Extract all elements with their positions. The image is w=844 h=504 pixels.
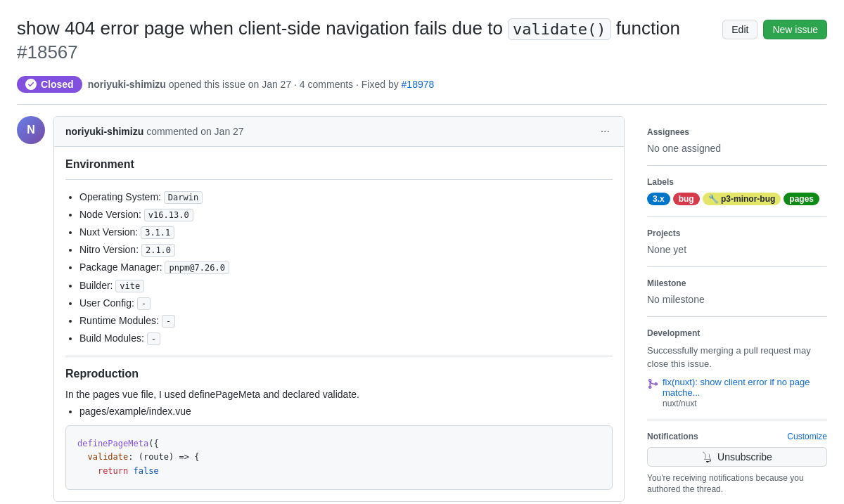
- env-value: v16.13.0: [144, 209, 193, 221]
- env-label: Build Modules:: [79, 332, 144, 344]
- issue-header: show 404 error page when client-side nav…: [17, 17, 827, 67]
- list-item: Runtime Modules: -: [79, 312, 613, 330]
- env-label: Operating System:: [79, 191, 161, 202]
- code-block: definePageMeta({ validate: (route) => { …: [65, 425, 613, 490]
- env-label: Nuxt Version:: [79, 226, 138, 238]
- env-value: vite: [115, 280, 144, 292]
- fixed-by-link[interactable]: #18978: [402, 79, 435, 90]
- labels-container: 3.x bug 🔧 p3-minor-bug pages: [647, 193, 827, 205]
- edit-button[interactable]: Edit: [722, 20, 757, 39]
- content-layout: N noriyuki-shimizu commented on Jan 27 ·…: [17, 116, 827, 504]
- meta-author-name: noriyuki-shimizu: [88, 79, 166, 90]
- sidebar: Assignees No one assigned Labels 3.x bug…: [647, 116, 827, 504]
- repro-desc: In the pages vue file, I used definePage…: [65, 389, 613, 400]
- label-badge[interactable]: 3.x: [647, 193, 670, 205]
- list-item: Build Modules: -: [79, 330, 613, 347]
- label-badge[interactable]: bug: [673, 193, 700, 205]
- label-badge[interactable]: pages: [784, 193, 819, 205]
- sidebar-projects: Projects None yet: [647, 217, 827, 267]
- env-value: -: [162, 315, 175, 328]
- assignees-title: Assignees: [647, 127, 827, 137]
- env-label: Builder:: [79, 280, 113, 291]
- projects-value: None yet: [647, 244, 827, 255]
- pr-info: fix(nuxt): show client error if no page …: [663, 377, 827, 408]
- list-item: Nuxt Version: 3.1.1: [79, 224, 613, 241]
- development-title: Development: [647, 328, 827, 338]
- avatar: N: [17, 116, 45, 144]
- sidebar-labels: Labels 3.x bug 🔧 p3-minor-bug pages: [647, 166, 827, 217]
- pr-title-link[interactable]: fix(nuxt): show client error if no page …: [663, 377, 810, 398]
- env-label: Runtime Modules:: [79, 315, 159, 326]
- new-issue-button[interactable]: New issue: [763, 20, 827, 39]
- check-circle-icon: [25, 79, 37, 90]
- sidebar-assignees: Assignees No one assigned: [647, 116, 827, 166]
- labels-title: Labels: [647, 177, 827, 187]
- list-item: Package Manager: pnpm@7.26.0: [79, 259, 613, 276]
- list-item: Operating System: Darwin: [79, 188, 613, 206]
- title-text-before: show 404 error page when client-side nav…: [17, 18, 503, 39]
- notification-note: You're receiving notifications because y…: [647, 472, 827, 496]
- avatar-image: N: [17, 116, 45, 144]
- meta-fixed-by: Fixed by: [362, 79, 399, 90]
- assignees-value: No one assigned: [647, 143, 827, 154]
- comment-header-left: noriyuki-shimizu commented on Jan 27: [65, 126, 244, 137]
- env-list: Operating System: Darwin Node Version: v…: [65, 188, 613, 348]
- file-path-list: pages/example/index.vue: [65, 406, 613, 417]
- list-item: Nitro Version: 2.1.0: [79, 241, 613, 259]
- list-item: Builder: vite: [79, 277, 613, 295]
- sidebar-development: Development Successfully merging a pull …: [647, 317, 827, 420]
- meta-opened: opened this issue on Jan 27: [169, 79, 291, 90]
- unsubscribe-button[interactable]: Unsubscribe: [647, 447, 827, 467]
- env-label: User Config:: [79, 297, 134, 309]
- file-path: pages/example/index.vue: [79, 406, 191, 417]
- sidebar-notifications: Notifications Customize Unsubscribe You'…: [647, 420, 827, 504]
- repro-title: Reproduction: [65, 368, 613, 380]
- comment-author: noriyuki-shimizu: [65, 126, 143, 137]
- env-label: Node Version:: [79, 209, 141, 220]
- milestone-title: Milestone: [647, 278, 827, 288]
- env-divider-top: [65, 179, 613, 180]
- label-badge[interactable]: 🔧 p3-minor-bug: [703, 193, 781, 205]
- list-item: User Config: -: [79, 295, 613, 312]
- title-code: validate(): [508, 18, 610, 40]
- list-item: pages/example/index.vue: [79, 406, 613, 417]
- comment-wrapper: N noriyuki-shimizu commented on Jan 27 ·…: [17, 116, 625, 502]
- header-buttons: Edit New issue: [722, 20, 827, 39]
- git-merge-icon: [647, 378, 658, 392]
- pr-repo: nuxt/nuxt: [663, 399, 697, 408]
- issue-number: #18567: [17, 41, 78, 63]
- notifications-header: Notifications Customize: [647, 432, 827, 441]
- issue-title-area: show 404 error page when client-side nav…: [17, 17, 722, 67]
- main-content: N noriyuki-shimizu commented on Jan 27 ·…: [17, 116, 625, 504]
- comment-header: noriyuki-shimizu commented on Jan 27 ···: [54, 117, 624, 147]
- env-section-title: Environment: [65, 158, 613, 171]
- comment-body: Environment Operating System: Darwin Nod…: [54, 147, 624, 501]
- env-value: -: [147, 332, 160, 345]
- list-item: Node Version: v16.13.0: [79, 206, 613, 224]
- comment-box: noriyuki-shimizu commented on Jan 27 ···…: [53, 116, 625, 502]
- projects-title: Projects: [647, 228, 827, 238]
- env-value: 2.1.0: [141, 244, 175, 257]
- notifications-title: Notifications: [647, 432, 698, 441]
- status-text: Closed: [41, 79, 74, 90]
- env-value: -: [137, 297, 151, 310]
- sidebar-milestone: Milestone No milestone: [647, 267, 827, 317]
- title-text-after: function: [616, 18, 680, 39]
- customize-link[interactable]: Customize: [787, 432, 827, 441]
- bell-slash-icon: [702, 451, 713, 463]
- env-value: 3.1.1: [141, 226, 174, 239]
- status-badge: Closed: [17, 76, 82, 93]
- milestone-value: No milestone: [647, 294, 827, 305]
- header-divider: [17, 104, 827, 105]
- comment-menu-button[interactable]: ···: [598, 122, 613, 141]
- repro-section: Reproduction In the pages vue file, I us…: [65, 368, 613, 490]
- pr-link: fix(nuxt): show client error if no page …: [647, 377, 827, 408]
- issue-title: show 404 error page when client-side nav…: [17, 17, 722, 65]
- issue-meta: Closed noriyuki-shimizu opened this issu…: [17, 76, 827, 93]
- meta-comments: 4 comments: [300, 79, 353, 90]
- comment-action: commented on Jan 27: [146, 126, 244, 137]
- env-value: pnpm@7.26.0: [165, 261, 229, 274]
- env-divider-bottom: [65, 356, 613, 356]
- env-value: Darwin: [164, 191, 203, 204]
- env-label: Nitro Version:: [79, 244, 139, 255]
